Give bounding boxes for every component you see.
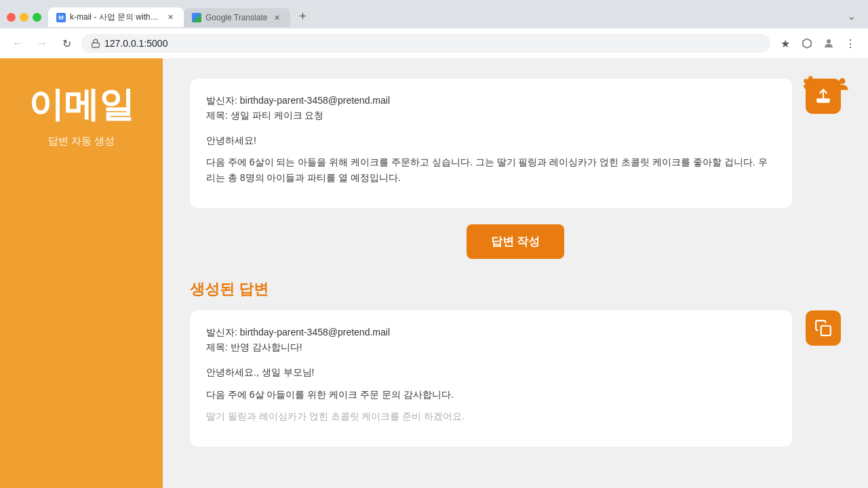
generated-reply-section: 발신자: birthday-parent-3458@pretend.mail 제… <box>190 310 841 447</box>
email-body: 안녕하세요! 다음 주에 6살이 되는 아들을 위해 케이크를 주문하고 싶습니… <box>206 133 776 185</box>
sidebar: 이메일 답변 자동 생성 <box>0 58 163 488</box>
minimize-window-button[interactable] <box>20 13 28 22</box>
top-right-icons <box>799 72 854 96</box>
address-actions: ★ ⋮ <box>776 34 860 53</box>
tab-mail-close[interactable]: ✕ <box>165 12 176 23</box>
address-bar-row: ← → ↻ 127.0.0.1:5000 ★ ⋮ <box>0 28 868 58</box>
svg-point-2 <box>840 78 846 84</box>
reply-greeting: 안녕하세요., 생일 부모님! <box>206 365 776 380</box>
reply-body: 안녕하세요., 생일 부모님! 다음 주에 6살 아들이를 위한 케이크 주문 … <box>206 365 776 424</box>
user-account-button[interactable] <box>830 72 854 96</box>
extensions-button[interactable] <box>797 34 816 53</box>
email-body-text: 다음 주에 6살이 되는 아들을 위해 케이크를 주문하고 싶습니다. 그는 딸… <box>206 155 776 185</box>
mail-favicon: M <box>56 13 66 22</box>
tab-translate-close[interactable]: ✕ <box>271 12 282 23</box>
copy-btn-wrapper <box>806 310 841 346</box>
browser-menu-button[interactable]: ⋮ <box>841 34 860 53</box>
window-controls <box>7 13 41 22</box>
user-profile-button[interactable] <box>819 34 838 53</box>
generated-section-title: 생성된 답변 <box>190 279 841 300</box>
sidebar-title: 이메일 <box>28 85 134 124</box>
generated-reply-card: 발신자: birthday-parent-3458@pretend.mail 제… <box>190 310 792 447</box>
sidebar-subtitle: 답변 자동 생성 <box>48 135 115 148</box>
reply-line1: 다음 주에 6살 아들이를 위한 케이크 주문 문의 감사합니다. <box>206 387 776 402</box>
email-input-section: 발신자: birthday-parent-3458@pretend.mail 제… <box>190 79 841 208</box>
email-subject-line: 제목: 생일 파티 케이크 요청 <box>206 110 776 122</box>
browser-chrome: M k-mail - 사업 문의 with Google... ✕ Google… <box>0 0 868 58</box>
tab-translate-title: Google Translate <box>205 13 267 22</box>
email-input-card: 발신자: birthday-parent-3458@pretend.mail 제… <box>190 79 792 208</box>
svg-rect-0 <box>92 43 100 47</box>
reply-subject-line: 제목: 반영 감사합니다! <box>206 342 776 354</box>
reload-button[interactable]: ↻ <box>57 34 76 53</box>
email-sender-line: 발신자: birthday-parent-3458@pretend.mail <box>206 95 776 107</box>
svg-point-1 <box>827 39 831 43</box>
svg-rect-4 <box>821 326 831 336</box>
tab-mail[interactable]: M k-mail - 사업 문의 with Google... ✕ <box>48 7 184 27</box>
new-tab-button[interactable]: + <box>293 7 312 26</box>
tab-translate[interactable]: Google Translate ✕ <box>184 8 290 27</box>
bookmark-button[interactable]: ★ <box>776 34 795 53</box>
google-translate-favicon <box>192 13 201 22</box>
page-layout: 이메일 답변 자동 생성 발신자: birthday-parent-3458@p… <box>0 58 868 488</box>
reply-sender-line: 발신자: birthday-parent-3458@pretend.mail <box>206 327 776 339</box>
back-button[interactable]: ← <box>8 34 27 53</box>
close-window-button[interactable] <box>7 13 16 22</box>
address-field[interactable]: 127.0.0.1:5000 <box>81 34 770 53</box>
tab-mail-title: k-mail - 사업 문의 with Google... <box>70 12 161 23</box>
tab-overflow-button[interactable]: ⌄ <box>842 7 861 26</box>
settings-button[interactable] <box>799 72 823 96</box>
maximize-window-button[interactable] <box>33 13 41 22</box>
lock-icon <box>91 39 100 48</box>
email-greeting: 안녕하세요! <box>206 133 776 148</box>
tabs-bar: M k-mail - 사업 문의 with Google... ✕ Google… <box>48 7 861 27</box>
forward-button[interactable]: → <box>33 34 52 53</box>
copy-button[interactable] <box>806 310 841 346</box>
main-content: 발신자: birthday-parent-3458@pretend.mail 제… <box>163 58 868 488</box>
generate-button[interactable]: 답변 작성 <box>467 224 565 259</box>
title-bar: M k-mail - 사업 문의 with Google... ✕ Google… <box>0 0 868 28</box>
reply-line2: 딸기 필링과 레이싱카가 얹힌 초콜릿 케이크를 준비 하겠어요. <box>206 409 776 424</box>
address-text: 127.0.0.1:5000 <box>104 38 167 49</box>
